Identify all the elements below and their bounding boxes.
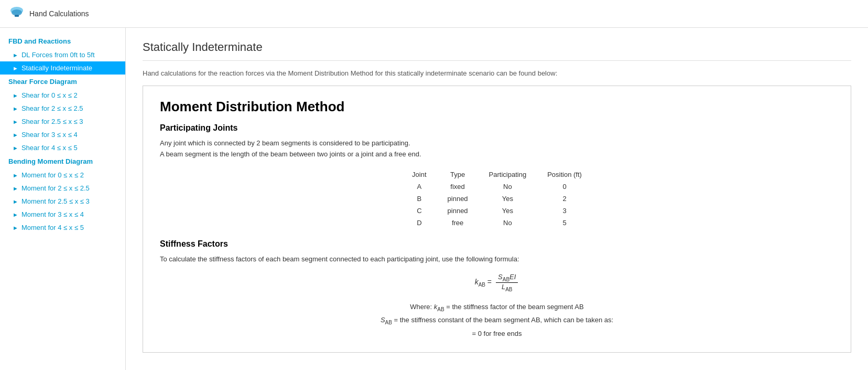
table-row: BpinnedYes2 <box>402 193 592 205</box>
chevron-icon: ► <box>13 65 18 71</box>
sidebar-item-moment-2-2.5[interactable]: ► Moment for 2 ≤ x ≤ 2.5 <box>0 182 125 195</box>
skyciv-logo-icon <box>8 5 25 22</box>
content-area: Statically Indeterminate Hand calculatio… <box>126 28 868 370</box>
page-title: Statically Indeterminate <box>143 40 851 54</box>
table-cell: 0 <box>537 181 592 193</box>
method-title: Moment Distribution Method <box>160 99 834 115</box>
table-header-position: Position (ft) <box>537 168 592 181</box>
table-cell: No <box>479 181 537 193</box>
table-cell: D <box>402 217 437 229</box>
table-cell: Yes <box>479 205 537 217</box>
table-cell: B <box>402 193 437 205</box>
table-cell: free <box>437 217 479 229</box>
chevron-icon: ► <box>13 132 18 138</box>
sidebar-item-shear-0-2[interactable]: ► Shear for 0 ≤ x ≤ 2 <box>0 89 125 102</box>
formula-line-1: kAB = SABEI LAB <box>160 273 834 292</box>
table-cell: No <box>479 217 537 229</box>
main-layout: FBD and Reactions ► DL Forces from 0ft t… <box>0 28 868 370</box>
sidebar-section-fbd[interactable]: FBD and Reactions <box>0 34 125 48</box>
table-row: AfixedNo0 <box>402 181 592 193</box>
stiffness-heading: Stiffness Factors <box>160 239 834 249</box>
table-header-type: Type <box>437 168 479 181</box>
sidebar-section-shear[interactable]: Shear Force Diagram <box>0 75 125 89</box>
table-cell: 2 <box>537 193 592 205</box>
chevron-icon: ► <box>13 145 18 151</box>
table-cell: pinned <box>437 193 479 205</box>
app-title: Hand Calculations <box>29 9 89 18</box>
table-header-participating: Participating <box>479 168 537 181</box>
sidebar-item-moment-3-4[interactable]: ► Moment for 3 ≤ x ≤ 4 <box>0 208 125 221</box>
chevron-icon: ► <box>13 198 18 205</box>
sidebar-item-shear-2-2.5[interactable]: ► Shear for 2 ≤ x ≤ 2.5 <box>0 102 125 115</box>
stiffness-text: To calculate the stiffness factors of ea… <box>160 254 834 265</box>
table-cell: 3 <box>537 205 592 217</box>
table-header-joint: Joint <box>402 168 437 181</box>
method-box: Moment Distribution Method Participating… <box>143 86 851 353</box>
content-description: Hand calculations for the reaction force… <box>143 69 851 77</box>
table-cell: A <box>402 181 437 193</box>
table-row: DfreeNo5 <box>402 217 592 229</box>
sidebar-item-moment-4-5[interactable]: ► Moment for 4 ≤ x ≤ 5 <box>0 221 125 234</box>
chevron-icon: ► <box>13 172 18 178</box>
sidebar-section-bending[interactable]: Bending Moment Diagram <box>0 154 125 168</box>
sidebar-item-statically-indeterminate[interactable]: ► Statically Indeterminate <box>0 61 125 75</box>
table-cell: 5 <box>537 217 592 229</box>
table-row: CpinnedYes3 <box>402 205 592 217</box>
table-cell: pinned <box>437 205 479 217</box>
chevron-icon: ► <box>13 52 18 58</box>
table-cell: Yes <box>479 193 537 205</box>
sidebar: FBD and Reactions ► DL Forces from 0ft t… <box>0 28 126 370</box>
header: Hand Calculations <box>0 0 868 28</box>
table-cell: fixed <box>437 181 479 193</box>
stiffness-section: Stiffness Factors To calculate the stiff… <box>160 239 834 340</box>
stiffness-formula: kAB = SABEI LAB <box>160 273 834 292</box>
formula-description: Where: kAB = the stiffness factor of the… <box>160 301 834 340</box>
logo: Hand Calculations <box>8 5 89 22</box>
sidebar-item-shear-2.5-3[interactable]: ► Shear for 2.5 ≤ x ≤ 3 <box>0 115 125 128</box>
joints-table: Joint Type Participating Position (ft) A… <box>402 168 592 229</box>
sidebar-item-dl-forces[interactable]: ► DL Forces from 0ft to 5ft <box>0 48 125 61</box>
svg-rect-2 <box>15 15 19 17</box>
chevron-icon: ► <box>13 185 18 192</box>
sidebar-item-moment-0-2[interactable]: ► Moment for 0 ≤ x ≤ 2 <box>0 168 125 182</box>
sidebar-item-moment-2.5-3[interactable]: ► Moment for 2.5 ≤ x ≤ 3 <box>0 195 125 208</box>
chevron-icon: ► <box>13 105 18 112</box>
chevron-icon: ► <box>13 225 18 231</box>
sidebar-item-shear-3-4[interactable]: ► Shear for 3 ≤ x ≤ 4 <box>0 128 125 141</box>
table-cell: C <box>402 205 437 217</box>
participating-joints-heading: Participating Joints <box>160 123 834 133</box>
chevron-icon: ► <box>13 92 18 99</box>
divider <box>143 60 851 61</box>
participating-joints-text: Any joint which is connected by 2 beam s… <box>160 138 834 160</box>
chevron-icon: ► <box>13 212 18 218</box>
sidebar-item-shear-4-5[interactable]: ► Shear for 4 ≤ x ≤ 5 <box>0 141 125 154</box>
chevron-icon: ► <box>13 119 18 125</box>
